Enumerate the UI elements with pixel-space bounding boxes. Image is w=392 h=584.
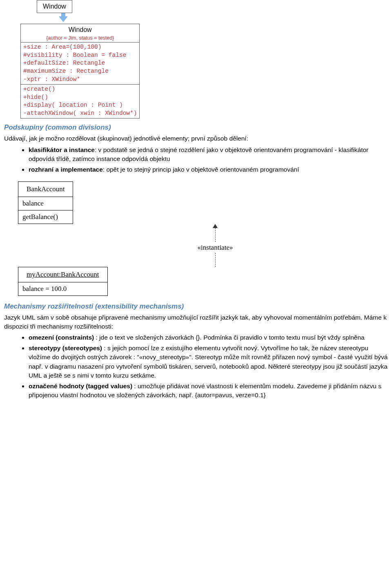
uml-attr-row: #maximumSize : Rectangle — [23, 67, 137, 76]
uml-attr-row: -xptr : XWindow* — [23, 76, 137, 84]
uml-attr-row: +defaultSize: Rectangle — [23, 59, 137, 67]
list-item: klasifikátor a instance: v podstatě se j… — [29, 145, 388, 164]
instantiate-arrow: «instantiate» — [42, 224, 388, 267]
list-item: omezení (constraints) : jde o text ve sl… — [29, 333, 388, 342]
list-bold: označené hodnoty (tagged values) — [29, 383, 132, 389]
list-item: rozhraní a implementace: opět je to stej… — [29, 165, 388, 174]
uml-op-row: +display( location : Point ) — [23, 101, 137, 110]
uml-window-diagram: Window Window {author = Jim, status = te… — [20, 0, 388, 119]
uml-top-box: Window — [37, 0, 72, 13]
uml-class-box: Window {author = Jim, status = tested} +… — [20, 24, 140, 119]
arrowhead-icon — [213, 224, 218, 228]
bank-instance-box: myAccount:BankAccount balance = 100.0 — [18, 267, 108, 296]
bank-instance-name: myAccount:BankAccount — [18, 267, 107, 282]
list-bold: klasifikátor a instance — [29, 146, 95, 153]
list-rest: : opět je to stejný princip jako v objek… — [103, 166, 299, 173]
uml-attr-row: +size : Area=(100,100) — [23, 43, 137, 51]
uml-top-label: Window — [37, 0, 72, 13]
bank-class-name: BankAccount — [18, 182, 73, 197]
arrow-down-icon — [59, 16, 68, 22]
uml-class-name: Window — [25, 25, 135, 34]
uml-operations: +create() +hide() +display( location : P… — [21, 84, 139, 118]
section1-heading: Podskupiny (common divisions) — [4, 123, 388, 132]
dashed-line-icon — [215, 228, 216, 242]
uml-attr-row: #visibility : Boolean = false — [23, 51, 137, 60]
bank-instance-attr: balance = 100.0 — [18, 282, 107, 295]
instantiate-label: «instantiate» — [198, 243, 233, 253]
uml-op-row: +hide() — [23, 94, 137, 102]
bank-op: getBalance() — [18, 210, 73, 224]
bank-class-box: BankAccount balance getBalance() — [18, 181, 73, 224]
list-bold: rozhraní a implementace — [29, 166, 103, 173]
list-item: označené hodnoty (tagged values) : umožň… — [29, 382, 388, 400]
bank-attr: balance — [18, 197, 73, 210]
uml-op-row: -attachXWindow( xwin : XWindow*) — [23, 110, 137, 118]
list-bold: omezení (constraints) — [29, 334, 94, 341]
section1-list: klasifikátor a instance: v podstatě se j… — [4, 145, 388, 174]
uml-class-tagged: {author = Jim, status = tested} — [25, 35, 135, 42]
section2-intro: Jazyk UML sám v sobě obsahuje připravené… — [4, 313, 388, 331]
list-item: stereotypy (stereotypes) : s jejich pomo… — [29, 344, 388, 380]
list-bold: stereotypy (stereotypes) — [29, 345, 102, 351]
list-rest: : jde o text ve složených závorkách {}. … — [94, 334, 365, 341]
section2-heading: Mechanismy rozšiřitelnosti (extensibilit… — [4, 302, 388, 311]
uml-attributes: +size : Area=(100,100) #visibility : Boo… — [21, 42, 139, 84]
section2-list: omezení (constraints) : jde o text ve sl… — [4, 333, 388, 400]
section1-intro: Udávají, jak je možno rozdělovat (skupin… — [4, 134, 388, 143]
uml-op-row: +create() — [23, 85, 137, 94]
dashed-line-icon — [215, 253, 216, 267]
uml-bank-diagram: BankAccount balance getBalance() «instan… — [18, 181, 388, 296]
